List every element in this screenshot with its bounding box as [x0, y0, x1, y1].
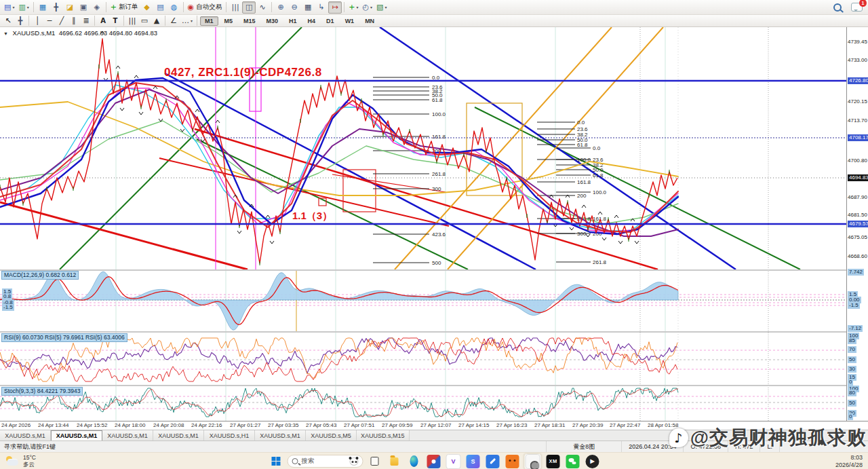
xm-app-button[interactable]: XM [545, 454, 561, 469]
crosshair-button[interactable]: ╋ [14, 16, 26, 26]
timeframe-mn-button[interactable]: MN [360, 16, 379, 26]
chart-symbol: XAUUSD.s,M1 [13, 29, 56, 37]
text-label-button[interactable]: T [109, 16, 121, 26]
file-explorer-button[interactable] [387, 454, 403, 469]
timeframe-w1-button[interactable]: W1 [340, 16, 359, 26]
autotrading-button[interactable]: ◉自动交易 [186, 1, 224, 14]
print-button[interactable]: ▤ [154, 1, 167, 14]
templates-icon: ▧ [376, 3, 383, 11]
chart-tab[interactable]: XAUUSD.s,H1 [204, 430, 255, 440]
timeframe-h1-button[interactable]: H1 [284, 16, 302, 26]
chart-tab-active[interactable]: XAUUSD.s,M1 [51, 430, 102, 440]
task-view-button[interactable] [367, 454, 383, 469]
start-button[interactable] [268, 454, 284, 469]
edge-button[interactable] [406, 454, 422, 469]
web-community-button[interactable]: ◍ [167, 1, 181, 14]
taskbar-search[interactable]: 搜索 [288, 455, 363, 468]
note-app-button[interactable] [485, 454, 501, 469]
timeframe-h4-button[interactable]: H4 [303, 16, 321, 26]
time-axis-label: 27 Apr 22:47 [610, 422, 640, 428]
terminal-icon: ▣ [80, 3, 87, 11]
tile-windows-button[interactable]: ▦ [301, 1, 315, 14]
cursor-button[interactable]: ↖ [2, 16, 14, 26]
time-axis-label: 24 Apr 22:16 [191, 422, 222, 428]
equidistant-channel-button[interactable]: ∥ [68, 16, 80, 26]
line-chart-icon: ∿ [260, 3, 266, 11]
text-button[interactable]: A [97, 16, 109, 26]
objects-more-button[interactable]: …▾ [180, 16, 195, 26]
toolbar-separator [271, 2, 272, 12]
chart-ohlc: 4696.62 4696.83 4694.80 4694.83 [59, 29, 157, 37]
v-app-button[interactable]: V [446, 454, 462, 469]
macd-label[interactable]: MACD(12,26,9) 0.682 0.612 [1, 271, 79, 280]
time-axis-label: 27 Apr 09:59 [382, 422, 412, 428]
xm-app-icon: XM [547, 455, 560, 468]
svg-text:0.0: 0.0 [432, 75, 440, 81]
bar-chart-button[interactable]: ||| [229, 1, 242, 14]
weather-widget[interactable]: 15°C 多云 [5, 453, 36, 469]
market-watch-button[interactable]: ▦ [36, 1, 50, 14]
profiles-button[interactable]: ▥▾ [16, 1, 31, 14]
timeframe-m5-button[interactable]: M5 [220, 16, 238, 26]
svg-text:300: 300 [432, 186, 441, 192]
chart-tab[interactable]: XAUUSD.s,M15 [357, 430, 410, 440]
rsi-scale-label: 50 [848, 356, 856, 363]
collapse-caret-icon[interactable]: ▼ [3, 31, 8, 36]
chart-tab[interactable]: XAUUSD.s,M1 [102, 430, 153, 440]
chart-tab[interactable]: XAUUSD.s,M1 [0, 430, 51, 440]
timeframe-m30-button[interactable]: M30 [262, 16, 283, 26]
time-axis-label: 27 Apr 01:27 [230, 422, 260, 428]
line-chart-button[interactable]: ∿ [256, 1, 269, 14]
gann-tools-button[interactable]: ∠ [167, 16, 180, 26]
chart-canvas[interactable]: 0.023.638.250.061.8100.0161.8200261.8300… [0, 27, 868, 421]
wechat-app-button[interactable] [565, 454, 581, 469]
time-axis-label: 27 Apr 05:43 [306, 422, 336, 428]
store-app-button[interactable] [426, 454, 442, 469]
chart-tab[interactable]: XAUUSD.s,M1 [255, 430, 306, 440]
cycle-lines-button[interactable]: ||| [126, 16, 138, 26]
terminal-button[interactable]: ▣ [77, 1, 90, 14]
chart-tab[interactable]: XAUUSD.s,M1 [153, 430, 204, 440]
media-app-button[interactable]: ▶ [585, 454, 601, 469]
timeframe-d1-button[interactable]: D1 [321, 16, 339, 26]
wechat-icon [566, 455, 580, 468]
svg-text:0.0: 0.0 [577, 119, 585, 126]
timeframe-m1-button[interactable]: M1 [200, 16, 218, 26]
metaeditor-button[interactable]: ◆ [140, 1, 154, 14]
templates-button[interactable]: ▧▾ [374, 1, 389, 14]
price-axis-label: 4726.80 [848, 77, 868, 84]
search-icon [292, 458, 298, 464]
chat-icon[interactable]: 1 [851, 3, 863, 12]
arrows-button[interactable]: ▲ [151, 16, 163, 26]
horizontal-line-button[interactable]: ─ [43, 16, 56, 26]
data-window-button[interactable]: ╋ [50, 1, 63, 14]
new-chart-button[interactable]: ▤▾ [2, 1, 16, 14]
face-app-button[interactable] [505, 454, 521, 469]
trendline-button[interactable]: ╱ [56, 16, 68, 26]
search-icon[interactable] [833, 3, 842, 12]
chart-tab[interactable]: XAUUSD.s,M5 [306, 430, 357, 440]
navigator-button[interactable]: ◪ [63, 1, 77, 14]
zoom-in-button[interactable]: ⊕ [274, 1, 288, 14]
cycle-lines-icon: ||| [128, 17, 136, 24]
toolbar-right-icons: 1 [833, 3, 863, 12]
candlestick-chart-button[interactable]: ◫ [242, 1, 256, 14]
auto-scroll-button[interactable]: ↳ [315, 1, 328, 14]
zoom-out-button[interactable]: ⊖ [288, 1, 301, 14]
mt4-app-button[interactable] [524, 453, 542, 469]
strategy-tester-button[interactable]: ◈ [90, 1, 104, 14]
shapes-button[interactable]: ▭ [138, 16, 151, 26]
taskbar-clock[interactable]: 8:03 2026/4/28 [835, 453, 863, 469]
periods-button[interactable]: ◴▾ [360, 1, 374, 14]
chart-shift-button[interactable]: ↦ [328, 1, 342, 14]
rsi-label[interactable]: RSI(9) 60.0730 RSI(5) 79.6961 RSI(5) 63.… [1, 333, 127, 342]
new-order-button[interactable]: +新订单 [108, 1, 140, 14]
folder-icon [391, 457, 399, 466]
indicators-button[interactable]: +▾ [347, 1, 360, 14]
vertical-line-button[interactable]: │ [31, 16, 43, 26]
stoch-label[interactable]: Stoch(9,3,3) 84.4221 79.3943 [1, 387, 83, 396]
timeframe-m15-button[interactable]: M15 [239, 16, 260, 26]
fibonacci-button[interactable]: ≣ [80, 16, 92, 26]
strategy-tester-icon: ◈ [94, 3, 100, 11]
s-app-button[interactable]: S [465, 454, 481, 469]
